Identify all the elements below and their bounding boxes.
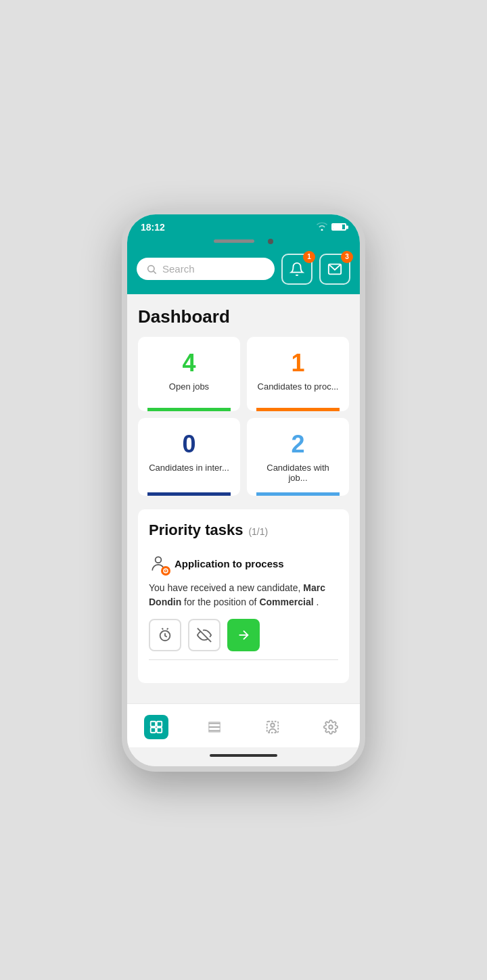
task-body-suffix: . xyxy=(314,597,319,607)
card-open-jobs-number: 4 xyxy=(182,349,195,377)
svg-rect-13 xyxy=(157,721,162,726)
main-content: Dashboard 4 Open jobs 1 Candidates to pr… xyxy=(127,294,360,702)
dashboard-nav-icon xyxy=(149,720,164,734)
mail-icon xyxy=(327,262,342,277)
svg-line-8 xyxy=(162,628,163,629)
priority-tasks-count: (1/1) xyxy=(248,526,268,537)
task-divider xyxy=(149,659,338,660)
task-body: You have received a new candidate, Marc … xyxy=(149,581,338,609)
task-body-prefix: You have received a new candidate, xyxy=(149,582,303,593)
task-item: Application to process You have received… xyxy=(149,551,338,671)
search-bar[interactable]: Search xyxy=(137,258,275,280)
priority-tasks-header: Priority tasks (1/1) xyxy=(149,521,338,539)
priority-tasks-title: Priority tasks xyxy=(149,521,243,539)
dashboard-title: Dashboard xyxy=(138,306,349,327)
card-candidates-job-number: 2 xyxy=(291,430,304,459)
card-open-jobs-bar xyxy=(147,408,231,411)
nav-icon-dashboard-wrap xyxy=(144,715,168,739)
arrow-right-icon xyxy=(236,628,251,643)
hide-button[interactable] xyxy=(188,619,221,651)
svg-rect-14 xyxy=(151,727,156,732)
task-header: Application to process xyxy=(149,554,338,574)
svg-line-1 xyxy=(154,271,156,274)
settings-nav-icon xyxy=(323,720,338,734)
nav-item-list[interactable] xyxy=(195,712,233,742)
task-icon-badge xyxy=(161,566,170,576)
status-icons xyxy=(317,222,346,233)
card-open-jobs-label: Open jobs xyxy=(169,381,209,392)
card-candidates-process[interactable]: 1 Candidates to proc... xyxy=(247,337,349,411)
card-candidates-process-label: Candidates to proc... xyxy=(258,381,339,392)
notifications-badge: 1 xyxy=(303,251,315,263)
card-candidates-job-label: Candidates with job... xyxy=(256,463,340,483)
nav-item-dashboard[interactable] xyxy=(137,712,175,742)
card-candidates-interview[interactable]: 0 Candidates in inter... xyxy=(138,418,240,496)
card-candidates-job[interactable]: 2 Candidates with job... xyxy=(247,418,349,496)
card-candidates-job-bar xyxy=(256,492,340,496)
wifi-icon xyxy=(317,222,327,233)
svg-point-21 xyxy=(271,723,275,727)
card-candidates-process-bar xyxy=(256,408,340,411)
task-actions xyxy=(149,619,338,651)
list-nav-icon xyxy=(207,720,222,734)
header: Search 1 3 xyxy=(127,247,360,294)
eye-off-icon xyxy=(197,628,212,643)
card-candidates-process-number: 1 xyxy=(291,349,304,377)
search-placeholder: Search xyxy=(162,263,195,275)
clock-icon xyxy=(158,628,172,643)
svg-point-0 xyxy=(148,265,154,271)
nav-item-candidates[interactable] xyxy=(254,712,292,742)
snooze-button[interactable] xyxy=(149,619,181,651)
bell-icon xyxy=(289,262,304,277)
notch-camera xyxy=(268,239,273,244)
nav-icon-list-wrap xyxy=(202,715,227,739)
search-icon xyxy=(146,264,157,275)
svg-line-9 xyxy=(167,628,168,629)
home-bar xyxy=(210,754,277,757)
svg-point-3 xyxy=(156,557,162,563)
task-body-middle: for the position of xyxy=(181,597,259,607)
home-indicator xyxy=(127,747,360,766)
notch-area xyxy=(127,239,360,247)
task-title: Application to process xyxy=(175,558,284,569)
svg-rect-12 xyxy=(151,721,156,726)
nav-icon-candidates-wrap xyxy=(260,715,285,739)
go-button[interactable] xyxy=(227,619,260,651)
card-open-jobs[interactable]: 4 Open jobs xyxy=(138,337,240,411)
status-time: 18:12 xyxy=(141,222,165,233)
svg-point-22 xyxy=(329,725,333,729)
nav-item-settings[interactable] xyxy=(312,712,350,742)
notch-speaker xyxy=(214,239,254,243)
card-candidates-interview-label: Candidates in inter... xyxy=(149,463,229,473)
battery-icon xyxy=(331,223,346,231)
task-icon-wrap xyxy=(149,554,169,574)
status-bar: 18:12 xyxy=(127,214,360,239)
notifications-button[interactable]: 1 xyxy=(281,254,312,285)
card-candidates-interview-number: 0 xyxy=(182,430,195,459)
candidates-nav-icon xyxy=(265,720,280,734)
task-position: Commercial xyxy=(259,597,313,607)
dashboard-cards-grid: 4 Open jobs 1 Candidates to proc... 0 Ca… xyxy=(138,337,349,496)
messages-badge: 3 xyxy=(341,251,353,263)
priority-tasks-section: Priority tasks (1/1) xyxy=(138,509,349,683)
card-candidates-interview-bar xyxy=(147,492,231,496)
svg-rect-15 xyxy=(157,727,162,732)
nav-icon-settings-wrap xyxy=(319,715,343,739)
messages-button[interactable]: 3 xyxy=(319,254,350,285)
bottom-nav xyxy=(127,703,360,747)
